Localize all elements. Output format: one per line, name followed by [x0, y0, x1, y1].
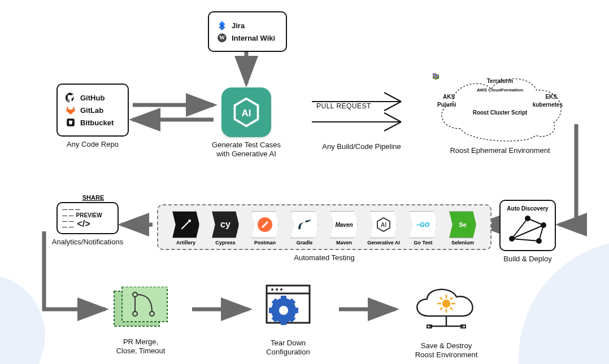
github-label: GitHub: [80, 94, 105, 102]
svg-rect-37: [122, 287, 167, 322]
bitbucket-icon: [66, 117, 76, 128]
code-repo-node: GitHub GitLab Bitbucket Any Code Repo: [56, 84, 129, 149]
pipeline-label: Any Build/Code Pipeline: [311, 142, 412, 151]
postman-icon: [251, 211, 279, 238]
svg-point-32: [536, 238, 542, 244]
svg-line-54: [273, 318, 276, 321]
jira-label: Jira: [232, 21, 245, 30]
pull-request-text: PULL REQUEST: [316, 102, 371, 110]
eks-label: EKS: [545, 94, 557, 100]
graph-icon: [506, 214, 549, 244]
svg-text:AI: AI: [381, 222, 386, 228]
pr-label-2: Close, Timeout: [110, 347, 172, 356]
svg-point-43: [271, 288, 273, 291]
svg-point-19: [435, 76, 437, 77]
pulumi-icon: Pulumi: [437, 102, 456, 108]
teardown-node: Tear Down Configuration: [260, 282, 316, 357]
svg-point-45: [280, 288, 282, 291]
teardown-label-2: Configuration: [260, 348, 316, 357]
svg-line-53: [291, 318, 294, 321]
svg-line-65: [440, 297, 442, 300]
pipeline-node: PULL REQUEST Any Build/Code Pipeline: [311, 89, 412, 151]
svg-line-52: [273, 300, 276, 303]
kubernetes-icon: kubernetes: [533, 102, 563, 108]
gear-window-icon: [260, 282, 316, 333]
env-node: Terraform AWS CloudFormation AKS EKS Pul…: [429, 67, 571, 155]
aks-label: AKS: [443, 94, 455, 100]
save-label-1: Save & Destroy: [407, 341, 486, 350]
maven-icon: Maven: [330, 211, 358, 238]
share-label: SHARE: [56, 194, 130, 201]
ai-label-2: with Generative AI: [201, 150, 292, 159]
selenium-icon: Se: [449, 211, 476, 238]
github-icon: [66, 93, 76, 103]
svg-point-60: [443, 300, 450, 307]
ai-node: AI Generate Test Cases with Generative A…: [221, 87, 292, 159]
teardown-label-1: Tear Down: [260, 339, 316, 348]
svg-line-27: [512, 239, 539, 241]
code-repo-label: Any Code Repo: [56, 140, 129, 149]
svg-point-31: [541, 222, 546, 228]
analytics-label: Analytics/Notifications: [45, 238, 130, 247]
preview-label: PREVIEW: [76, 212, 102, 218]
terraform-icon: Terraform: [487, 78, 514, 84]
build-node: Auto Discovery Build & Deploy: [499, 200, 556, 264]
docs-node: Jira W Internal Wiki: [208, 11, 287, 52]
pr-label-1: PR Merge,: [110, 337, 172, 347]
cypress-icon: cy: [212, 211, 239, 238]
cloud-destroy-icon: [407, 282, 486, 336]
svg-point-30: [525, 216, 530, 221]
ai-badge-text: AI: [242, 108, 251, 119]
svg-line-68: [450, 297, 453, 300]
genai-icon: AI: [370, 211, 397, 238]
pr-merge-icon: [110, 287, 172, 332]
wiki-label: Internal Wiki: [232, 34, 275, 42]
code-icon: </>: [77, 219, 90, 229]
env-label: Roost Ephemeral Environment: [429, 146, 571, 155]
roost-script-icon: Roost Cluster Script: [473, 109, 528, 116]
svg-line-55: [291, 300, 294, 303]
cloudformation-icon: AWS CloudFormation: [477, 87, 523, 93]
analytics-node: SHARE — — — — — PREVIEW — —— — </> Analy…: [56, 194, 130, 247]
gradle-icon: [291, 211, 318, 238]
testing-label: Automated Testing: [157, 253, 491, 262]
svg-line-66: [450, 308, 453, 310]
ai-label-1: Generate Test Cases: [201, 141, 292, 150]
gitlab-icon: [66, 105, 76, 115]
go-icon: ═GO: [410, 211, 437, 238]
auto-discovery-label: Auto Discovery: [506, 205, 549, 212]
build-label: Build & Deploy: [499, 255, 556, 264]
gitlab-label: GitLab: [80, 106, 103, 115]
save-label-2: Roost Environment: [407, 350, 486, 359]
svg-point-29: [509, 236, 515, 242]
svg-text:W: W: [219, 34, 225, 41]
jira-icon: [217, 20, 227, 30]
pr-node: PR Merge, Close, Timeout: [110, 287, 172, 356]
save-node: Save & Destroy Roost Environment: [407, 282, 486, 360]
svg-point-44: [276, 288, 278, 291]
svg-point-47: [279, 306, 288, 315]
testing-node: Artillery cyCypress Postman Gradle Maven…: [157, 204, 491, 262]
ai-badge-icon: AI: [221, 87, 271, 137]
wiki-icon: W: [217, 33, 227, 43]
artillery-icon: [172, 211, 199, 238]
svg-line-67: [440, 308, 442, 310]
bitbucket-label: Bitbucket: [80, 119, 114, 127]
